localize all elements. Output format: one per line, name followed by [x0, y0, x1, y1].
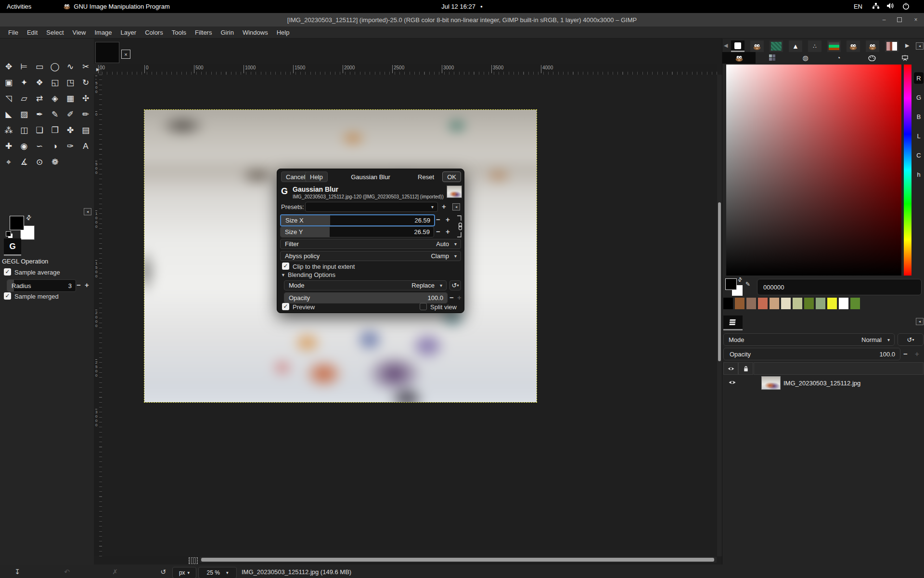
3d-transform-tool[interactable]: ◈ — [47, 91, 63, 106]
menu-girin[interactable]: Girin — [216, 27, 238, 38]
clock[interactable]: Jul 12 16:27 — [441, 3, 475, 10]
mode-reset-button[interactable]: ↺▾ — [449, 280, 461, 290]
window-title-bar[interactable]: [IMG_20230503_125112] (imported)-25.0 (R… — [0, 13, 924, 26]
warp-transform-tool[interactable]: ✤ — [63, 122, 78, 138]
palette-swatch-1[interactable] — [735, 298, 744, 309]
gradient-tool[interactable]: ▨ — [16, 106, 32, 122]
heal-tool[interactable]: ✚ — [1, 138, 16, 154]
abyss-policy-combo[interactable]: Abyss policy Clamp▾ — [280, 251, 461, 261]
color-hex-edit-icon[interactable]: ✎ — [745, 281, 750, 288]
zoom-selector[interactable]: 25 %▾ — [198, 567, 237, 578]
alignment-tool[interactable]: ⊨ — [16, 59, 32, 75]
foreground-select-tool[interactable]: ▣ — [1, 75, 16, 91]
language-indicator[interactable]: EN — [854, 3, 862, 10]
swap-colors-icon[interactable]: ⇄ — [24, 213, 33, 222]
menu-select[interactable]: Select — [42, 27, 68, 38]
size-x-decrement-button[interactable]: − — [436, 215, 440, 223]
size-x-slider[interactable]: Size X 26.59 — [280, 214, 435, 226]
menu-edit[interactable]: Edit — [23, 27, 42, 38]
hex-color-field[interactable]: 000000 — [757, 279, 922, 295]
unit-selector[interactable]: px▾ — [172, 567, 196, 578]
ink-tool[interactable]: ✒ — [32, 106, 47, 122]
layer-row[interactable]: IMG_20230503_125112.jpg — [723, 376, 924, 390]
horizontal-scrollbar-thumb[interactable] — [201, 558, 714, 562]
quick-mask-toggle[interactable] — [189, 557, 198, 564]
preset-add-icon[interactable]: + — [442, 202, 446, 210]
dialog-tab-channels[interactable] — [756, 52, 789, 64]
palette-swatch-8[interactable] — [816, 298, 825, 309]
menu-file[interactable]: File — [4, 27, 23, 38]
dock-tab-tool-preset[interactable]: ∴ — [808, 40, 821, 52]
menu-filters[interactable]: Filters — [191, 27, 216, 38]
airbrush-tool[interactable]: ⁂ — [1, 122, 16, 138]
menu-colors[interactable]: Colors — [141, 27, 167, 38]
color-picker-tool[interactable]: ⌖ — [1, 154, 16, 170]
palette-swatch-9[interactable] — [827, 298, 837, 309]
smudge-tool[interactable]: ∽ — [32, 138, 47, 154]
channel-button-B[interactable]: B — [914, 111, 924, 122]
vertical-scrollbar-thumb[interactable] — [718, 202, 721, 361]
palette-swatch-3[interactable] — [758, 298, 768, 309]
maximize-button[interactable] — [895, 16, 904, 24]
volume-icon[interactable] — [886, 2, 894, 11]
palette-swatch-4[interactable] — [770, 298, 779, 309]
dialog-tab-palettes[interactable] — [855, 52, 888, 64]
blending-options-label[interactable]: Blending Options — [288, 271, 335, 278]
palette-swatch-10[interactable] — [839, 298, 848, 309]
palette-swatch-7[interactable] — [804, 298, 814, 309]
split-view-checkbox[interactable] — [420, 303, 427, 310]
dock-menu-button[interactable]: ◂ — [916, 42, 924, 50]
default-colors-icon-fg[interactable] — [6, 231, 11, 236]
mypaint-brush-tool[interactable]: ✎ — [47, 106, 63, 122]
dock-tab-pointer[interactable]: ▲ — [789, 40, 802, 52]
channel-button-C[interactable]: C — [914, 149, 924, 161]
radius-decrement-button[interactable]: − — [77, 281, 81, 289]
handle-transform-tool[interactable]: ✣ — [78, 91, 93, 106]
opacity-decrement-button[interactable]: − — [449, 293, 454, 302]
layers-dialog-tab[interactable] — [723, 315, 743, 330]
palette-swatch-5[interactable] — [781, 298, 791, 309]
visibility-column-header[interactable] — [723, 362, 738, 375]
foreground-color-swatch[interactable] — [10, 216, 24, 230]
dialog-tab-canvas[interactable] — [888, 52, 922, 64]
free-select-tool[interactable]: ∿ — [63, 59, 78, 75]
image-tab-close-button[interactable]: × — [121, 50, 130, 59]
menu-layer[interactable]: Layer — [116, 27, 141, 38]
activities-button[interactable]: Activities — [7, 3, 31, 10]
vertical-scrollbar[interactable] — [717, 75, 722, 556]
channel-button-L[interactable]: L — [914, 130, 924, 142]
blending-expander-icon[interactable]: ▼ — [281, 273, 285, 277]
gegl-operation-tool[interactable]: ❁ — [47, 154, 63, 170]
dialog-tab-history[interactable]: ◔ — [822, 52, 855, 64]
palette-swatch-2[interactable] — [746, 298, 756, 309]
size-x-increment-button[interactable]: + — [446, 215, 450, 223]
pencil-tool[interactable]: ✏ — [78, 106, 93, 122]
layer-opacity-increment-button[interactable]: + — [915, 350, 919, 358]
horizontal-scrollbar[interactable] — [200, 557, 717, 563]
network-icon[interactable] — [872, 2, 880, 11]
layer-mode-reset-button[interactable]: ↺▾ — [898, 333, 924, 346]
minimize-button[interactable]: – — [880, 16, 888, 24]
scissors-select-tool[interactable]: ✂ — [78, 59, 93, 75]
image-tab-thumbnail[interactable] — [95, 42, 119, 63]
text-tool[interactable]: A — [78, 138, 93, 154]
radius-slider[interactable]: Radius 3 — [7, 279, 76, 292]
dock-tab-wilber-3[interactable] — [866, 40, 879, 52]
power-icon[interactable] — [902, 2, 910, 11]
reset-tool-preset-button[interactable]: ↺ — [158, 567, 168, 576]
channel-button-G[interactable]: G — [914, 92, 924, 103]
palette-swatch-0[interactable] — [723, 298, 733, 309]
crop-tool[interactable]: ◱ — [47, 75, 63, 91]
canvas-area[interactable] — [102, 75, 717, 556]
shear-tool[interactable]: ▱ — [16, 91, 32, 106]
opacity-increment-button[interactable]: + — [457, 293, 462, 302]
layer-visibility-icon[interactable] — [728, 380, 736, 387]
menu-image[interactable]: Image — [90, 27, 116, 38]
clone-tool[interactable]: ❏ — [32, 122, 47, 138]
mode-combo[interactable]: Mode Replace▾ — [284, 280, 447, 290]
dock-tab-gradient[interactable] — [827, 40, 841, 52]
layer-opacity-decrement-button[interactable]: − — [903, 350, 908, 358]
color-select-square[interactable] — [726, 65, 901, 276]
channel-button-h[interactable]: h — [914, 169, 924, 180]
dialog-tab-brushes[interactable]: ◍ — [789, 52, 822, 64]
